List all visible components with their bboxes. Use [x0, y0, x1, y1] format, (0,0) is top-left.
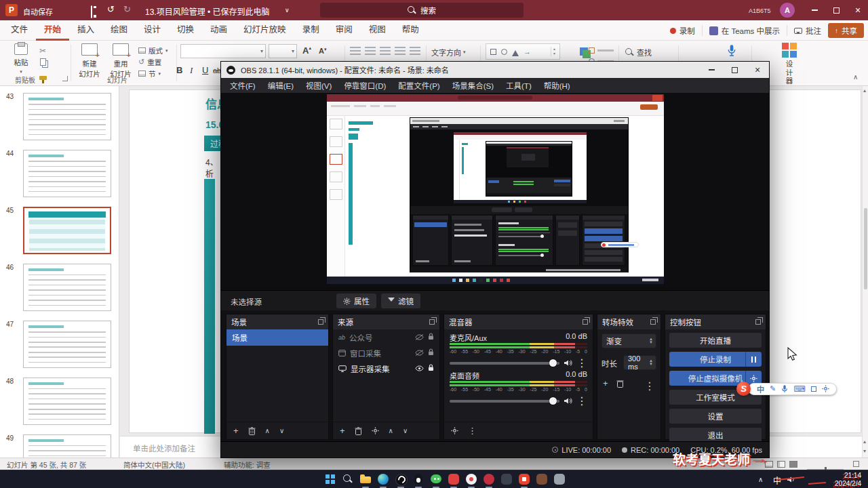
find-button[interactable]: 查找 — [625, 47, 652, 58]
accessibility-status[interactable]: 辅助功能: 调查 — [224, 460, 271, 470]
obs-menu-item[interactable]: 视图(V) — [300, 80, 338, 91]
add-transition-button[interactable] — [603, 378, 608, 388]
remove-source-button[interactable] — [355, 427, 362, 435]
control-button[interactable]: 停止录制 — [669, 352, 762, 367]
transitions-dock-header[interactable]: 转场特效 — [597, 314, 660, 329]
mute-speaker-icon[interactable] — [564, 359, 572, 367]
filters-button[interactable]: 滤镜 — [381, 293, 420, 308]
taskbar-clock[interactable]: 21:14 2024/2/4 — [811, 472, 861, 487]
slide-sorter-view-icon[interactable] — [777, 461, 785, 468]
ribbon-tab[interactable]: 帮助 — [394, 20, 427, 41]
scene-up-button[interactable] — [265, 427, 270, 434]
ribbon-tab[interactable]: 动画 — [202, 20, 235, 41]
obs-menu-item[interactable]: 停靠窗口(D) — [338, 80, 392, 91]
slide-thumbnail[interactable] — [23, 150, 111, 197]
add-source-button[interactable] — [340, 426, 345, 436]
obs-maximize-button[interactable] — [723, 62, 746, 78]
text-direction-button[interactable]: 文字方向 — [431, 47, 466, 58]
handwriting-icon[interactable] — [770, 384, 776, 393]
font-size-combo[interactable] — [269, 44, 297, 58]
ribbon-tab[interactable]: 切换 — [169, 20, 202, 41]
underline-button[interactable]: U — [202, 65, 208, 75]
taskbar-icon[interactable] — [323, 472, 338, 487]
reuse-slides-button[interactable]: 重用 幻灯片 — [106, 43, 136, 79]
remove-scene-button[interactable] — [248, 427, 256, 435]
ime-skin-icon[interactable] — [811, 386, 816, 392]
ribbon-tab[interactable]: 审阅 — [328, 20, 361, 41]
taskbar-icon[interactable] — [376, 472, 391, 487]
avatar[interactable]: A — [780, 3, 795, 18]
sources-dock-header[interactable]: 来源 — [333, 314, 439, 329]
dictate-mic-icon[interactable] — [727, 44, 736, 57]
shape-fill-button[interactable] — [589, 47, 614, 54]
taskbar-icon[interactable] — [481, 472, 496, 487]
ribbon-tab[interactable]: 录制 — [294, 20, 328, 41]
increase-indent-icon[interactable] — [395, 47, 406, 56]
slide-thumbnail[interactable] — [23, 378, 111, 425]
close-button[interactable] — [848, 0, 868, 20]
taskbar-icon[interactable] — [517, 472, 532, 487]
lock-toggle[interactable] — [428, 348, 434, 357]
obs-menu-item[interactable]: 文件(F) — [224, 80, 262, 91]
ribbon-tab[interactable]: 插入 — [69, 20, 102, 41]
ime-mode-chinese[interactable]: 中 — [757, 384, 764, 394]
ime-mic-icon[interactable] — [781, 384, 788, 394]
shrink-font-button[interactable]: A▾ — [319, 47, 326, 55]
mute-speaker-icon[interactable] — [564, 397, 572, 405]
obs-preview-canvas[interactable] — [221, 93, 769, 290]
taskbar-icon[interactable] — [340, 472, 355, 487]
volume-slider[interactable] — [450, 400, 559, 403]
undo-icon[interactable] — [107, 4, 115, 14]
ribbon-tab[interactable]: 视图 — [361, 20, 394, 41]
visibility-toggle[interactable] — [415, 349, 424, 357]
control-button[interactable]: 设置 — [669, 409, 762, 424]
share-button[interactable]: 共享 — [828, 23, 864, 38]
visibility-toggle[interactable] — [415, 333, 424, 342]
title-dropdown-icon[interactable] — [285, 7, 290, 14]
properties-button[interactable]: 属性 — [336, 293, 376, 308]
control-button[interactable]: 退出 — [669, 428, 762, 443]
slide-thumbnail[interactable] — [23, 264, 111, 311]
channel-menu-icon[interactable] — [576, 357, 587, 369]
next-slide-button[interactable] — [863, 448, 866, 454]
ribbon-tab[interactable]: 设计 — [136, 20, 169, 41]
collapse-ribbon-icon[interactable] — [853, 73, 858, 81]
bullets-icon[interactable] — [350, 47, 361, 56]
source-properties-button[interactable] — [372, 427, 379, 434]
obs-minimize-button[interactable] — [700, 62, 723, 78]
format-painter-icon[interactable] — [39, 76, 47, 80]
fit-to-window-icon[interactable] — [853, 461, 859, 467]
numbering-icon[interactable] — [365, 47, 376, 56]
transition-select[interactable]: 渐变 ▲▼ — [601, 333, 656, 348]
ribbon-tab[interactable]: 开始 — [36, 20, 69, 41]
channel-menu-icon[interactable] — [576, 394, 587, 407]
new-slide-button[interactable]: 新建 幻灯片 — [75, 43, 104, 79]
copy-icon[interactable] — [40, 58, 46, 66]
control-button[interactable]: 开始直播 — [669, 333, 762, 348]
controls-dock-header[interactable]: 控制按钮 — [665, 314, 766, 329]
reset-button[interactable]: 重置 — [138, 57, 161, 67]
maximize-button[interactable] — [826, 0, 846, 20]
sogou-logo-icon[interactable]: S — [736, 382, 751, 396]
italic-button[interactable]: I — [190, 65, 193, 76]
ribbon-tab[interactable]: 绘图 — [102, 20, 136, 41]
source-item[interactable]: 公众号 — [333, 329, 439, 345]
taskbar-icon[interactable] — [393, 472, 408, 487]
record-button[interactable]: 录制 — [670, 25, 695, 36]
ribbon-tab[interactable]: 幻灯片放映 — [235, 20, 294, 41]
previous-slide-button[interactable] — [863, 439, 866, 445]
ribbon-tab[interactable]: 文件 — [3, 20, 36, 41]
taskbar-icon[interactable] — [499, 472, 514, 487]
advanced-audio-icon[interactable] — [451, 427, 458, 434]
taskbar-icon[interactable] — [534, 472, 549, 487]
paste-button[interactable]: 粘贴 — [8, 43, 34, 75]
bold-button[interactable]: B — [176, 65, 182, 75]
tray-overflow-icon[interactable] — [758, 476, 763, 483]
mixer-menu-icon[interactable] — [468, 426, 477, 436]
source-item[interactable]: 显示器采集 — [333, 361, 439, 376]
designer-button[interactable]: 设计器 — [773, 43, 806, 86]
document-title[interactable]: 13.项目风险管理 • 已保存到此电脑 — [145, 5, 270, 17]
shapes-gallery[interactable]: ▴▾ — [486, 43, 560, 60]
cut-icon[interactable] — [39, 46, 46, 56]
taskbar-icon[interactable] — [464, 472, 479, 487]
